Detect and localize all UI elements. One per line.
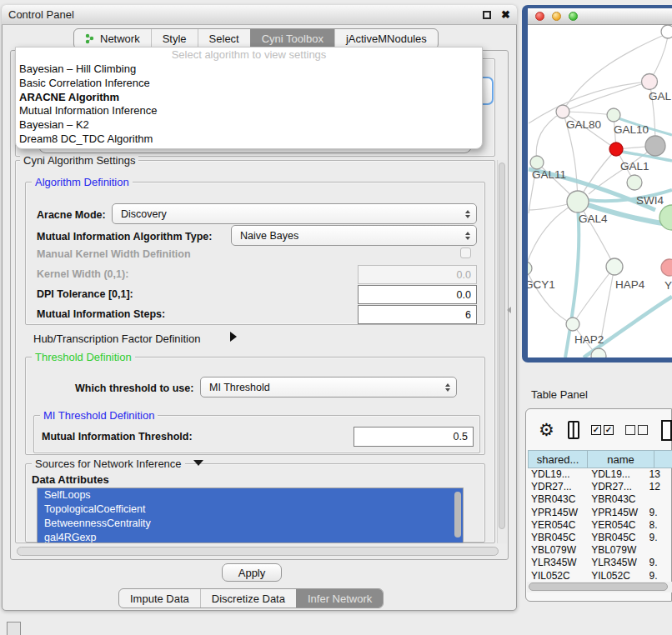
manual-kernel-width-checkbox[interactable] — [460, 248, 471, 258]
table-row[interactable]: YDR27... YDR27... 12 — [528, 481, 672, 493]
deselect-all-checkboxes-icon[interactable] — [625, 425, 648, 435]
dropdown-item[interactable]: Basic Correlation Inference — [16, 77, 482, 91]
mi-threshold-field[interactable]: 0.5 — [354, 427, 474, 447]
export-table-icon[interactable] — [661, 420, 672, 441]
node-label: HAP2 — [574, 333, 604, 346]
dpi-tolerance-label: DPI Tolerance [0,1]: — [37, 288, 133, 300]
zoom-traffic-light-icon[interactable] — [569, 12, 578, 21]
column-header-partial[interactable] — [654, 450, 672, 468]
table-row[interactable]: YBR043C YBR043C — [528, 493, 672, 506]
dropdown-item[interactable]: Bayesian – K2 — [16, 118, 482, 132]
settings-vertical-scrollbar-thumb[interactable] — [499, 162, 505, 529]
mi-steps-label: Mutual Information Steps: — [37, 308, 165, 320]
algorithm-definition-title: Algorithm Definition — [32, 177, 133, 188]
dropdown-item[interactable]: Dream8 DC_TDC Algorithm — [16, 132, 482, 147]
network-node-swi4[interactable] — [627, 175, 642, 190]
gear-icon[interactable]: ⚙ — [539, 422, 554, 438]
kernel-width-field[interactable]: 0.0 — [358, 265, 477, 284]
network-node-gal80[interactable] — [556, 105, 569, 118]
select-all-checkboxes-icon[interactable]: ✓✓ — [591, 425, 614, 435]
column-header-name[interactable]: name — [588, 450, 654, 468]
mi-threshold-label: Mutual Information Threshold: — [42, 431, 193, 442]
aracne-mode-combo[interactable]: Discovery — [112, 203, 477, 224]
mi-algorithm-type-combo[interactable]: Naive Bayes — [231, 225, 477, 246]
node-label: GAL4 — [579, 212, 608, 225]
network-node-gal11[interactable] — [530, 156, 544, 169]
list-scrollbar-thumb[interactable] — [454, 492, 461, 538]
dpi-tolerance-field[interactable]: 0.0 — [358, 285, 477, 304]
table-header-row: shared... name — [528, 450, 672, 468]
network-window-titlebar[interactable] — [528, 8, 672, 25]
network-graph: GAL GAL80 GAL10 GAL1 GAL11 SWI4 GAL4 GCY… — [528, 25, 672, 358]
network-node-gal4[interactable] — [567, 191, 589, 212]
network-canvas[interactable]: GAL GAL80 GAL10 GAL1 GAL11 SWI4 GAL4 GCY… — [528, 25, 672, 358]
network-node-gray[interactable] — [645, 136, 665, 156]
node-label: SWI4 — [636, 194, 664, 207]
mi-steps-field[interactable]: 6 — [358, 305, 477, 324]
dropdown-item[interactable]: Mutual Information Inference — [16, 104, 482, 118]
tab-style[interactable]: Style — [151, 29, 198, 48]
cyni-bottom-tabbar: Impute Data Discretize Data Infer Networ… — [118, 588, 384, 608]
algorithm-dropdown-popup: Select algorithm to view settings Bayesi… — [15, 47, 483, 149]
settings-horizontal-scrollbar-thumb[interactable] — [17, 547, 499, 556]
tab-select[interactable]: Select — [198, 29, 250, 48]
mi-threshold-definition-title: MI Threshold Definition — [40, 410, 158, 421]
list-item[interactable]: SelfLoops — [38, 488, 463, 502]
apply-button[interactable]: Apply — [222, 563, 282, 582]
list-item[interactable]: TopologicalCoefficient — [38, 502, 463, 517]
control-panel-titlebar[interactable]: Control Panel ✖ — [2, 5, 517, 25]
tab-network[interactable]: Network — [74, 29, 151, 48]
tab-cyni-toolbox[interactable]: Cyni Toolbox — [250, 29, 334, 48]
node-label: GAL80 — [566, 118, 601, 131]
close-icon[interactable]: ✖ — [501, 11, 510, 19]
minimized-panel-icon[interactable] — [7, 622, 21, 635]
tab-infer-network[interactable]: Infer Network — [296, 589, 383, 608]
network-node[interactable] — [659, 205, 672, 230]
network-graph-icon — [85, 33, 95, 44]
list-item[interactable]: BetweennessCentrality — [38, 517, 463, 531]
which-threshold-combo[interactable]: MI Threshold — [200, 377, 457, 398]
table-horizontal-scrollbar-thumb[interactable] — [529, 582, 668, 591]
cyni-algorithm-settings-title: Cyni Algorithm Settings — [20, 155, 138, 166]
columns-icon[interactable] — [568, 421, 579, 439]
collapse-down-icon[interactable] — [193, 460, 203, 466]
table-body[interactable]: YDL19... YDL19... 13 YDR27... YDR27... 1… — [528, 468, 672, 582]
expand-right-icon[interactable] — [230, 332, 237, 342]
list-item[interactable]: gal4RGexp — [38, 531, 463, 543]
data-attributes-label: Data Attributes — [32, 473, 109, 486]
table-row[interactable]: YER054C YER054C 8. — [528, 519, 672, 532]
dropdown-item-selected[interactable]: ARACNE Algorithm — [16, 91, 482, 105]
table-row[interactable]: YDL19... YDL19... 13 — [528, 468, 672, 481]
node-label: GAL1 — [620, 160, 649, 172]
sources-title[interactable]: Sources for Network Inference — [32, 458, 185, 469]
table-row[interactable]: YLR345W YLR345W 9. — [528, 557, 672, 569]
table-row[interactable]: YBR045C YBR045C 9. — [528, 532, 672, 544]
network-node-hap2[interactable] — [566, 318, 579, 331]
algorithm-dropdown-placeholder: Select algorithm to view settings — [16, 48, 482, 62]
tab-jactivemnodules[interactable]: jActiveMNodules — [334, 29, 438, 48]
data-attributes-list[interactable]: SelfLoops TopologicalCoefficient Between… — [37, 488, 464, 543]
network-node-gal10[interactable] — [607, 108, 620, 122]
close-traffic-light-icon[interactable] — [535, 12, 544, 21]
network-node-gcy1[interactable] — [528, 262, 532, 275]
hub-definition-toggle[interactable]: Hub/Transcription Factor Definition — [33, 332, 200, 345]
panel-divider-handle[interactable] — [507, 307, 511, 313]
table-row[interactable]: YBL079W YBL079W — [528, 544, 672, 557]
minimize-traffic-light-icon[interactable] — [552, 12, 561, 21]
node-label: GAL10 — [614, 123, 649, 136]
tab-impute-data[interactable]: Impute Data — [119, 589, 200, 608]
table-row[interactable]: YPR145W YPR145W 9. — [528, 507, 672, 519]
aracne-mode-label: Aracne Mode: — [37, 209, 106, 221]
table-row[interactable]: YIL052C YIL052C 9. — [528, 570, 672, 582]
float-window-icon[interactable] — [483, 11, 491, 19]
stepper-arrows-icon — [465, 232, 470, 240]
tab-discretize-data[interactable]: Discretize Data — [200, 589, 296, 608]
network-node[interactable] — [642, 74, 658, 90]
dropdown-item[interactable]: Bayesian – Hill Climbing — [16, 62, 482, 77]
network-node-hap4[interactable] — [606, 258, 623, 275]
network-node[interactable] — [661, 25, 672, 38]
mi-algorithm-type-label: Mutual Information Algorithm Type: — [37, 231, 212, 242]
network-node-gal1-selected[interactable] — [609, 142, 623, 156]
network-node-pink[interactable] — [661, 259, 672, 276]
column-header-shared-name[interactable]: shared... — [528, 450, 588, 468]
